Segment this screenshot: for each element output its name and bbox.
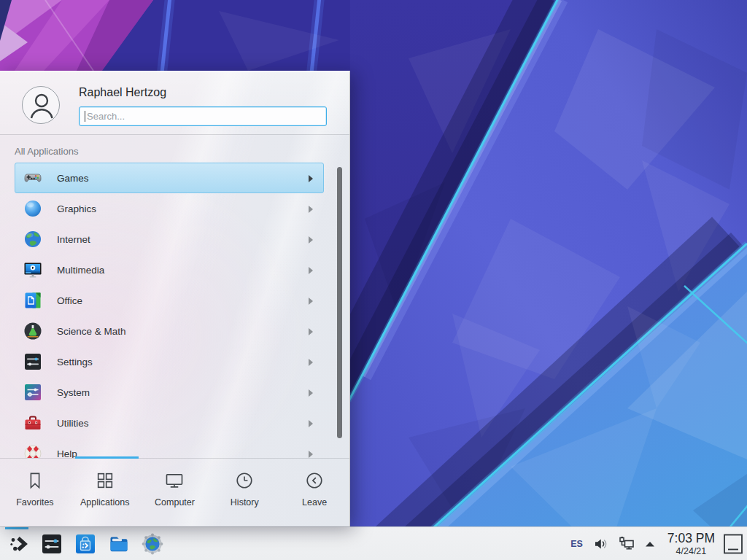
category-list: Games Graphics [0, 160, 349, 458]
section-label: All Applications [15, 146, 78, 157]
web-browser-button[interactable] [136, 527, 169, 560]
tab-computer[interactable]: Computer [140, 459, 210, 527]
category-system[interactable]: System [15, 377, 324, 408]
show-desktop-button[interactable] [722, 532, 744, 556]
submenu-arrow-icon [309, 206, 313, 213]
grid-icon [95, 470, 115, 491]
show-desktop-icon [723, 533, 743, 555]
tab-label: Computer [155, 497, 195, 508]
list-scrollbar[interactable] [337, 167, 342, 438]
taskbar-panel: ES 7:03 PM 4/24/21 [0, 526, 747, 560]
tab-history[interactable]: History [209, 459, 279, 527]
search-input[interactable] [79, 106, 327, 126]
tab-favorites[interactable]: Favorites [0, 459, 70, 527]
tab-label: Favorites [16, 497, 53, 508]
category-games[interactable]: Games [15, 163, 324, 193]
submenu-arrow-icon [309, 389, 313, 397]
category-label: System [57, 387, 90, 398]
submenu-arrow-icon [309, 298, 313, 305]
sphere-icon [23, 199, 42, 218]
category-help[interactable]: Help [15, 438, 324, 458]
volume-icon [593, 536, 609, 552]
launcher-tabbar: Favorites Applications Computer His [0, 459, 349, 527]
category-label: Games [57, 173, 89, 184]
header-divider [0, 134, 349, 135]
category-label: Science & Math [57, 326, 126, 337]
kde-launcher-icon [7, 533, 29, 555]
search-field-wrap [79, 106, 327, 126]
leave-icon [304, 470, 325, 491]
category-graphics[interactable]: Graphics [15, 193, 324, 224]
category-label: Internet [57, 234, 90, 245]
folder-icon [108, 533, 130, 555]
tab-label: Leave [302, 497, 327, 508]
tab-label: History [231, 497, 259, 508]
system-settings-button[interactable] [35, 527, 69, 560]
system-sliders-icon [23, 383, 42, 402]
category-label: Graphics [57, 203, 96, 214]
digital-clock[interactable]: 7:03 PM 4/24/21 [667, 532, 715, 556]
flask-icon [23, 322, 42, 341]
category-multimedia[interactable]: Multimedia [15, 254, 324, 285]
discover-bag-icon [74, 533, 96, 555]
category-label: Multimedia [57, 265, 104, 276]
submenu-arrow-icon [309, 267, 313, 274]
submenu-arrow-icon [309, 359, 313, 366]
text-caret [85, 111, 85, 122]
documents-icon [23, 291, 42, 310]
category-label: Office [57, 295, 82, 306]
sliders-icon [23, 352, 42, 371]
user-avatar[interactable] [22, 86, 60, 124]
clock-icon [234, 470, 255, 491]
application-launcher-menu: Raphael Hertzog All Applications [0, 71, 350, 526]
system-tray: ES 7:03 PM 4/24/21 [570, 527, 747, 560]
keyboard-layout-indicator[interactable]: ES [570, 539, 583, 549]
bookmark-icon [25, 470, 45, 491]
submenu-arrow-icon [309, 451, 313, 458]
category-science-math[interactable]: Science & Math [15, 316, 324, 346]
monitor-play-icon [23, 260, 42, 279]
category-internet[interactable]: Internet [15, 224, 324, 254]
application-launcher-button[interactable] [1, 527, 35, 560]
network-button[interactable] [618, 535, 635, 553]
taskbar-launchers [1, 527, 169, 560]
submenu-arrow-icon [309, 328, 313, 335]
settings-icon [41, 533, 63, 555]
tab-applications[interactable]: Applications [70, 459, 140, 527]
category-label: Help [57, 448, 77, 459]
tab-label: Applications [80, 497, 129, 508]
active-task-indicator [5, 527, 28, 529]
user-name: Raphael Hertzog [79, 86, 166, 99]
computer-icon [164, 470, 185, 491]
lifebuoy-icon [23, 444, 42, 458]
category-office[interactable]: Office [15, 285, 324, 316]
file-manager-button[interactable] [102, 527, 136, 560]
submenu-arrow-icon [309, 175, 313, 182]
submenu-arrow-icon [309, 236, 313, 244]
submenu-arrow-icon [309, 420, 313, 427]
gamepad-icon [23, 168, 42, 187]
clock-time: 7:03 PM [667, 532, 715, 545]
tray-expander-button[interactable] [644, 540, 656, 548]
category-settings[interactable]: Settings [15, 346, 324, 377]
category-label: Settings [57, 357, 93, 368]
toolbox-icon [23, 413, 42, 432]
network-icon [618, 535, 635, 553]
expand-caret-icon [644, 540, 656, 548]
browser-globe-icon [142, 533, 163, 555]
globe-icon [23, 230, 42, 249]
clock-date: 4/24/21 [667, 547, 715, 556]
volume-button[interactable] [593, 536, 609, 552]
discover-button[interactable] [69, 527, 102, 560]
category-label: Utilities [57, 418, 89, 429]
tab-leave[interactable]: Leave [279, 459, 349, 527]
category-utilities[interactable]: Utilities [15, 408, 324, 438]
